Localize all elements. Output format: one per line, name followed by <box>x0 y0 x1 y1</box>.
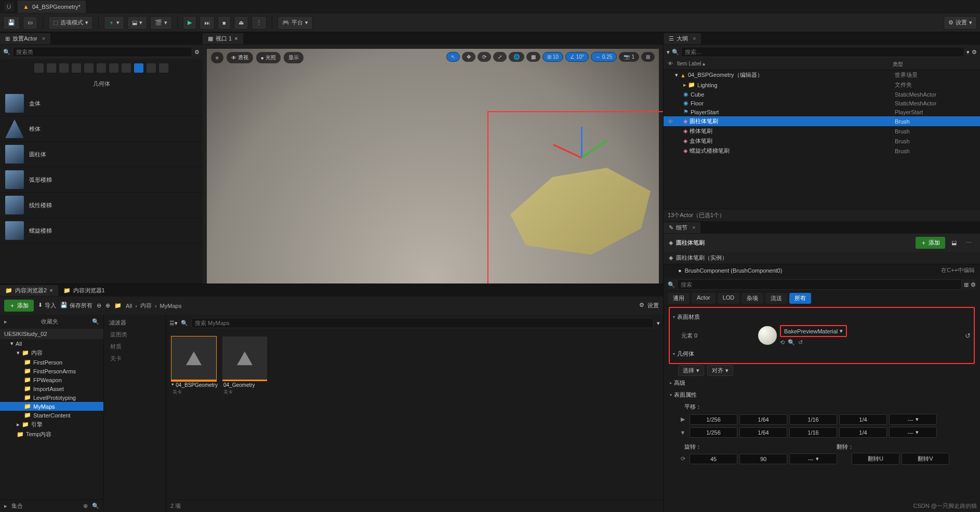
outliner-row-cone-brush[interactable]: ◈椎体笔刷Brush <box>664 126 980 136</box>
angle-snap[interactable]: ∠ 10° <box>565 52 589 62</box>
tree-temp[interactable]: 📁Temp内容 <box>0 429 103 439</box>
asset-04-bspgeometry[interactable]: *04_BSPGeometry 关卡 <box>171 336 216 397</box>
category-surface-props[interactable]: ▾表面属性 <box>669 389 975 401</box>
filter-material[interactable]: 材质 <box>106 341 164 353</box>
blueprint-button[interactable]: ⬓ <box>948 238 960 248</box>
settings-dropdown[interactable]: ⚙ 设置▾ <box>944 16 977 30</box>
geometry-spiralstair[interactable]: 螺旋楼梯 <box>0 218 203 244</box>
cb-tab-1[interactable]: 📁内容浏览器1 <box>58 285 110 296</box>
translate-custom[interactable]: ---▾ <box>889 427 937 438</box>
rotate-val[interactable]: 45 <box>690 454 737 464</box>
rotate-custom[interactable]: ---▾ <box>789 453 837 464</box>
close-icon[interactable]: × <box>234 35 237 42</box>
settings-icon[interactable]: ⚙ <box>971 281 976 288</box>
cb-search-input[interactable] <box>191 318 654 328</box>
nav-fwd[interactable]: ⊕ <box>105 302 110 309</box>
geometry-cylinder[interactable]: 圆柱体 <box>0 142 203 167</box>
search-icon[interactable]: 🔍 <box>92 318 99 325</box>
crumb[interactable]: 内容 <box>140 302 152 309</box>
eye-icon[interactable]: 👁 <box>668 61 677 68</box>
import-button[interactable]: ⬇导入 <box>38 302 56 309</box>
show-dropdown[interactable]: 显示 <box>284 52 303 63</box>
category-geometry[interactable]: ▾几何体 <box>672 348 972 360</box>
play-options-dropdown[interactable]: ⋮ <box>251 16 267 30</box>
category-advanced[interactable]: ▸高级 <box>669 377 975 389</box>
tree-firstperson[interactable]: 📁FirstPerson <box>0 358 103 367</box>
outliner-row-box-brush[interactable]: ◈盒体笔刷Brush <box>664 136 980 146</box>
tri-icon[interactable]: ▸ <box>4 318 7 325</box>
geometry-box[interactable]: 盒体 <box>0 91 203 116</box>
cb-add-button[interactable]: ＋添加 <box>4 300 34 312</box>
close-icon[interactable]: × <box>42 35 45 42</box>
place-actor-search[interactable] <box>12 47 192 57</box>
settings-icon[interactable]: ⚙ <box>194 49 200 56</box>
filter-level[interactable]: 关卡 <box>106 353 164 365</box>
outliner-row-playerstart[interactable]: ⚑PlayerStartPlayerStart <box>664 107 980 116</box>
outliner-row-spiral-brush[interactable]: ◈螺旋式楼梯笔刷Brush <box>664 146 980 156</box>
world-local-toggle[interactable]: 🌐 <box>509 52 524 62</box>
material-swatch[interactable] <box>758 326 777 345</box>
lights-icon[interactable] <box>59 63 69 73</box>
crumb[interactable]: All <box>126 303 132 309</box>
surface-snap-toggle[interactable]: ▦ <box>526 52 540 62</box>
add-collection-icon[interactable]: ⊕ <box>83 503 88 509</box>
visibility-toggle[interactable]: 👁 <box>666 118 675 125</box>
volumes-icon[interactable] <box>109 63 118 73</box>
editor-mode-dropdown[interactable]: ⬚ 选项模式 ▾ <box>48 16 93 30</box>
close-icon[interactable]: × <box>49 287 52 293</box>
tree-mymaps[interactable]: 📁MyMaps <box>0 402 103 411</box>
align-dropdown[interactable]: 对齐▾ <box>707 365 733 376</box>
col-type[interactable]: 类型 <box>893 61 976 68</box>
folder-icon[interactable]: 📁 <box>114 302 122 309</box>
translate-val[interactable]: 1/64 <box>739 414 787 425</box>
rotate-icon[interactable]: ⟳ <box>678 455 687 462</box>
browse-icon[interactable]: 🔍 <box>788 339 795 346</box>
viewport-tab[interactable]: ▦ 视口 1 × <box>203 33 243 44</box>
cb-tab-2[interactable]: 📁内容浏览器2× <box>0 285 58 296</box>
maximize-viewport[interactable]: ⊞ <box>641 52 655 62</box>
options-button[interactable]: ⋯ <box>963 238 975 248</box>
rotate-val[interactable]: 90 <box>739 454 787 464</box>
filter-blueprint[interactable]: 蓝图类 <box>106 329 164 341</box>
gear-icon[interactable]: ⚙ <box>639 302 644 309</box>
nav-back[interactable]: ⊖ <box>97 302 101 309</box>
tree-startercontent[interactable]: 📁StarterContent <box>0 411 103 420</box>
tree-engine[interactable]: ▸📁引擎 <box>0 420 103 429</box>
select-tool[interactable]: ↖ <box>446 52 460 62</box>
camera-speed[interactable]: 📷 1 <box>619 52 639 62</box>
translate-val[interactable]: 1/256 <box>690 414 737 425</box>
add-component-button[interactable]: ＋添加 <box>916 237 945 249</box>
select-dropdown[interactable]: 选择▾ <box>678 365 704 376</box>
recent-icon[interactable] <box>34 63 44 73</box>
flip-u-button[interactable]: 翻转U <box>852 453 899 465</box>
tree-firstpersonarms[interactable]: 📁FirstPersonArms <box>0 367 103 375</box>
details-search[interactable] <box>677 279 962 290</box>
flip-v-button[interactable]: 翻转V <box>902 453 949 465</box>
translate-custom[interactable]: ---▾ <box>889 414 937 425</box>
dtab-streaming[interactable]: 流送 <box>765 293 787 304</box>
geometry-curvedstair[interactable]: 弧形楼梯 <box>0 167 203 193</box>
basic-icon[interactable] <box>47 63 56 73</box>
material-dropdown[interactable]: BakePreviewMaterial ▾ <box>780 325 847 337</box>
outliner-row-cylinder-brush[interactable]: 👁◈圆柱体笔刷Brush <box>664 116 980 126</box>
save-button[interactable]: 💾 <box>3 16 20 30</box>
filter-icon[interactable]: ▾ <box>667 49 670 56</box>
extras2-icon[interactable] <box>159 63 168 73</box>
close-icon[interactable]: × <box>692 224 695 231</box>
outliner-row-cube[interactable]: ◉CubeStaticMeshActor <box>664 90 980 99</box>
translate-plus[interactable]: ▶ <box>678 416 687 423</box>
instance-row[interactable]: ◈ 圆柱体笔刷（实例） <box>664 252 980 264</box>
translate-val[interactable]: 1/256 <box>690 427 737 438</box>
viewport-menu[interactable]: ≡ <box>211 52 223 63</box>
grid-snap[interactable]: ⊞ 10 <box>542 52 563 62</box>
marketplace-dropdown[interactable]: ⬓▾ <box>127 16 147 30</box>
col-item-label[interactable]: Item Label ▴ <box>677 61 893 68</box>
project-tab[interactable]: ▲ 04_BSPGeometry* <box>18 1 86 13</box>
filter-icon[interactable]: ☰▾ <box>169 320 178 327</box>
tree-fpweapon[interactable]: 📁FPWeapon <box>0 375 103 384</box>
dtab-actor[interactable]: Actor <box>692 293 716 304</box>
place-actor-tab[interactable]: ⊞ 放置Actor × <box>0 33 50 44</box>
rotate-tool[interactable]: ⟳ <box>478 52 491 62</box>
media-icon[interactable] <box>97 63 106 73</box>
outliner-row-floor[interactable]: ◉FloorStaticMeshActor <box>664 99 980 107</box>
